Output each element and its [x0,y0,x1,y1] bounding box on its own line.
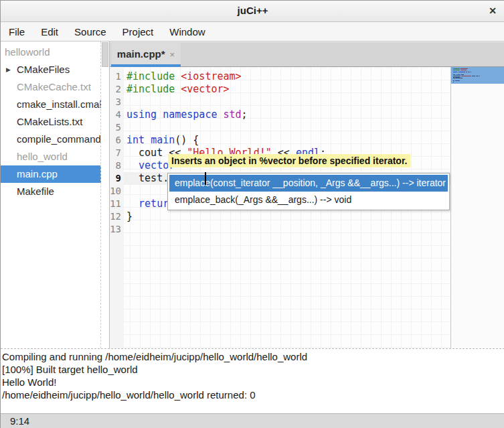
sidebar-item-label: CMakeLists.txt [17,116,82,127]
code-token [157,109,163,121]
status-bar: 9:14 [1,413,504,428]
line-number[interactable]: 11 [110,198,121,210]
code-token: namespace [163,109,217,121]
line-number[interactable]: 8 [110,159,121,172]
minimap-code-segment [466,72,467,72]
terminal-line: Compiling and running /home/eidheim/juci… [2,350,504,363]
line-number[interactable]: 10 [110,185,121,198]
code-token: <vector> [181,83,229,95]
sidebar-item-label: Makefile [17,186,54,197]
title-bar: juCi++ ✕ [1,1,504,22]
line-number[interactable]: 3 [110,96,121,109]
sidebar-item-label: hello_world [17,151,68,162]
menu-window[interactable]: Window [161,23,213,41]
sidebar-item-label: main.cpp [17,168,58,180]
sidebar-item-label: CMakeCache.txt [17,81,91,92]
minimap-code-segment [468,72,470,72]
code-token: std [224,109,242,121]
tab-bar: main.cpp*× [110,42,504,67]
text-cursor [205,172,206,185]
terminal-output[interactable]: Compiling and running /home/eidheim/juci… [1,348,504,413]
cursor-position: 9:14 [10,414,29,428]
app-window: juCi++ ✕ FileEditSourceProjectWindow hel… [0,0,504,428]
minimap-code-segment [455,80,460,81]
expander-triangle-icon[interactable]: ▶ [6,61,11,78]
line-number[interactable]: 1 [110,70,121,83]
minimap-code-line [453,83,504,84]
autocomplete-item[interactable]: emplace_back(_Args &&__args...) --> void [169,192,448,208]
line-number[interactable]: 13 [110,223,121,236]
minimap-code-segment [472,76,475,76]
menu-edit[interactable]: Edit [33,23,66,41]
code-token: #include [127,70,181,82]
code-line-12: } [127,210,133,223]
file-tree: helloworld▶CMakeFilesCMakeCache.txtcmake… [1,42,101,348]
code-token: () { [175,134,199,146]
code-line-4: using namespace std; [127,109,248,121]
tab-main-cpp[interactable]: main.cpp*× [111,43,181,67]
minimap-code-segment [453,78,463,78]
doc-tooltip: Inserts an object in %vector before spec… [168,154,410,167]
sidebar-item-cmake-install-cmake[interactable]: cmake_install.cmake [1,96,101,113]
line-number[interactable]: 2 [110,83,121,96]
sidebar-item-hello-world[interactable]: hello_world [1,148,101,165]
minimap-code-segment [459,72,466,72]
code-token: using [127,109,157,121]
code-token: int [127,134,145,146]
minimap-code-segment [476,76,479,76]
line-number[interactable]: 5 [110,121,121,134]
code-token: <iostream> [181,70,241,82]
minimap-code-segment [458,72,458,72]
code-token [127,159,139,171]
code-token [127,198,139,210]
minimap[interactable] [450,67,504,348]
minimap-code-segment [479,76,480,76]
terminal-line: [100%] Built target hello_world [2,363,504,376]
window-title: juCi++ [1,5,504,16]
code-token [145,134,151,146]
minimap-code-segment [460,70,467,70]
minimap-code-segment [453,70,460,70]
minimap-code-segment [461,76,471,76]
minimap-code-segment [453,82,454,82]
terminal-line: Hello World! [2,376,504,388]
code-token: #include [127,83,181,95]
sidebar-item-cmakefiles[interactable]: ▶CMakeFiles [1,61,101,78]
sidebar-item-makefile[interactable]: Makefile [1,183,101,200]
sidebar-item-label: compile_commands.json [17,133,101,145]
code-line-2: #include <vector> [127,83,230,96]
sidebar-item-label: helloworld [5,46,50,58]
line-number[interactable]: 12 [110,210,121,223]
sidebar-item-compile-commands-json[interactable]: compile_commands.json [1,131,101,148]
code-line-6: int main() { [127,134,199,147]
menu-file[interactable]: File [1,23,33,41]
sidebar-item-cmakelists-txt[interactable]: CMakeLists.txt [1,113,101,131]
code-token: } [127,210,133,222]
sidebar-scrollbar-corner [102,42,108,67]
line-number[interactable]: 6 [110,134,121,147]
autocomplete-item[interactable]: emplace(const_iterator __position, _Args… [169,175,448,192]
menu-project[interactable]: Project [114,23,162,41]
sidebar-item-cmakecache-txt[interactable]: CMakeCache.txt [1,78,101,96]
minimap-code-segment [453,72,457,72]
autocomplete-popup: emplace(const_iterator __position, _Args… [167,173,450,210]
sidebar-item-helloworld[interactable]: helloworld [1,44,101,61]
sidebar-item-label: cmake_install.cmake [17,98,101,110]
tab-close-icon[interactable]: × [170,50,175,60]
close-icon[interactable]: ✕ [489,5,497,16]
menu-bar: FileEditSourceProjectWindow [1,22,504,42]
minimap-viewport[interactable] [451,67,504,84]
line-number[interactable]: 7 [110,147,121,159]
line-number[interactable]: 9 [110,172,121,185]
code-token: ; [242,109,248,121]
menu-source[interactable]: Source [66,23,114,41]
line-number-gutter: 12345678910111213 [110,67,124,348]
code-editor[interactable]: 12345678910111213 #include <iostream>#in… [110,67,504,348]
code-token: main [151,134,175,146]
code-line-1: #include <iostream> [127,70,242,83]
sidebar-item-main-cpp[interactable]: main.cpp [1,165,101,183]
line-number[interactable]: 4 [110,109,121,121]
tab-label: main.cpp* [117,48,165,60]
code-token [217,109,223,121]
minimap-code-segment [471,72,471,72]
